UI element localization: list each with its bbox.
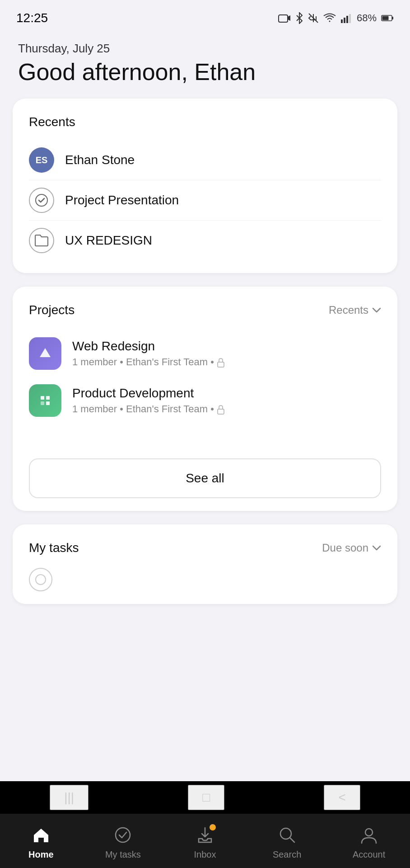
project-item-product-dev[interactable]: Product Development 1 member • Ethan's F… bbox=[29, 377, 381, 424]
status-time: 12:25 bbox=[16, 11, 48, 25]
projects-header: Projects Recents bbox=[29, 303, 381, 317]
svg-rect-14 bbox=[46, 396, 50, 400]
bottom-nav: Home My tasks Inbox Searc bbox=[0, 814, 410, 868]
status-icons: 68% bbox=[278, 12, 394, 24]
project-icon-web-redesign bbox=[29, 337, 61, 370]
see-all-button[interactable]: See all bbox=[29, 458, 381, 498]
search-icon bbox=[276, 824, 298, 846]
recents-title: Recents bbox=[29, 115, 381, 129]
camera-icon bbox=[278, 13, 291, 23]
recent-item-ethan[interactable]: ES Ethan Stone bbox=[29, 140, 381, 180]
projects-title: Projects bbox=[29, 303, 75, 317]
recent-label-ux: UX REDESIGN bbox=[65, 233, 152, 248]
inbox-badge bbox=[210, 824, 216, 830]
folder-icon bbox=[29, 228, 54, 253]
task-check-icon bbox=[29, 568, 52, 591]
wifi-icon bbox=[323, 13, 336, 23]
svg-rect-0 bbox=[279, 15, 288, 22]
projects-card: Projects Recents Web Redesign 1 member •… bbox=[13, 287, 397, 511]
android-recent-button[interactable]: ||| bbox=[50, 785, 89, 810]
svg-rect-17 bbox=[218, 409, 224, 414]
nav-label-my-tasks: My tasks bbox=[105, 849, 141, 860]
android-home-button[interactable]: □ bbox=[188, 785, 224, 810]
header-greeting: Good afternoon, Ethan bbox=[18, 59, 392, 85]
task-item-partial[interactable] bbox=[29, 568, 381, 591]
android-back-button[interactable]: < bbox=[324, 785, 360, 810]
project-name-product-dev: Product Development bbox=[72, 386, 381, 401]
chevron-down-icon-tasks bbox=[372, 545, 381, 551]
project-icon-product-dev bbox=[29, 384, 61, 417]
bluetooth-icon bbox=[295, 12, 303, 24]
recent-label-project: Project Presentation bbox=[65, 193, 179, 208]
status-bar: 12:25 bbox=[0, 0, 410, 33]
battery-text: 68% bbox=[357, 12, 377, 24]
svg-point-18 bbox=[36, 575, 46, 585]
my-tasks-nav-icon bbox=[112, 824, 134, 846]
nav-item-search[interactable]: Search bbox=[265, 824, 310, 860]
svg-rect-5 bbox=[346, 16, 348, 23]
svg-rect-16 bbox=[46, 401, 50, 405]
my-tasks-filter-button[interactable]: Due soon bbox=[322, 542, 381, 554]
svg-rect-6 bbox=[349, 14, 351, 23]
nav-label-home: Home bbox=[28, 849, 54, 860]
header: Thursday, July 25 Good afternoon, Ethan bbox=[0, 33, 410, 99]
svg-rect-15 bbox=[41, 401, 44, 405]
project-info-product-dev: Product Development 1 member • Ethan's F… bbox=[72, 386, 381, 415]
svg-marker-11 bbox=[40, 348, 51, 357]
svg-point-19 bbox=[116, 828, 130, 842]
project-name-web-redesign: Web Redesign bbox=[72, 339, 381, 354]
recent-label-ethan: Ethan Stone bbox=[65, 153, 135, 167]
project-meta-product-dev: 1 member • Ethan's First Team • bbox=[72, 403, 381, 415]
inbox-icon bbox=[194, 824, 216, 846]
svg-point-22 bbox=[365, 829, 373, 836]
nav-label-account: Account bbox=[353, 849, 385, 860]
android-nav-bar: ||| □ < bbox=[0, 781, 410, 814]
my-tasks-card: My tasks Due soon bbox=[13, 524, 397, 604]
svg-point-10 bbox=[36, 194, 47, 206]
avatar: ES bbox=[29, 147, 54, 173]
header-date: Thursday, July 25 bbox=[18, 42, 392, 56]
nav-label-search: Search bbox=[273, 849, 301, 860]
mute-icon bbox=[308, 13, 319, 24]
my-tasks-header: My tasks Due soon bbox=[29, 541, 381, 555]
nav-item-my-tasks[interactable]: My tasks bbox=[100, 824, 145, 860]
battery-icon bbox=[381, 14, 394, 22]
svg-rect-9 bbox=[392, 17, 393, 19]
signal-icon bbox=[340, 13, 352, 23]
nav-item-home[interactable]: Home bbox=[19, 824, 64, 860]
svg-rect-3 bbox=[341, 19, 343, 23]
filter-label: Recents bbox=[329, 304, 368, 316]
project-info-web-redesign: Web Redesign 1 member • Ethan's First Te… bbox=[72, 339, 381, 368]
my-tasks-filter-label: Due soon bbox=[322, 542, 368, 554]
chevron-down-icon bbox=[372, 307, 381, 313]
project-item-web-redesign[interactable]: Web Redesign 1 member • Ethan's First Te… bbox=[29, 330, 381, 377]
recent-item-project[interactable]: Project Presentation bbox=[29, 180, 381, 221]
svg-rect-4 bbox=[344, 18, 345, 23]
my-tasks-title: My tasks bbox=[29, 541, 79, 555]
svg-rect-8 bbox=[382, 16, 389, 20]
project-meta-web-redesign: 1 member • Ethan's First Team • bbox=[72, 356, 381, 368]
svg-rect-13 bbox=[41, 396, 44, 400]
svg-rect-12 bbox=[218, 362, 224, 367]
nav-label-inbox: Inbox bbox=[194, 849, 216, 860]
projects-filter-button[interactable]: Recents bbox=[329, 304, 381, 316]
recent-item-ux[interactable]: UX REDESIGN bbox=[29, 221, 381, 260]
home-icon bbox=[30, 824, 52, 846]
svg-line-21 bbox=[290, 838, 294, 842]
nav-item-inbox[interactable]: Inbox bbox=[182, 824, 228, 860]
account-icon bbox=[358, 824, 380, 846]
recents-card: Recents ES Ethan Stone Project Presentat… bbox=[13, 99, 397, 273]
task-icon bbox=[29, 188, 54, 213]
nav-item-account[interactable]: Account bbox=[346, 824, 391, 860]
